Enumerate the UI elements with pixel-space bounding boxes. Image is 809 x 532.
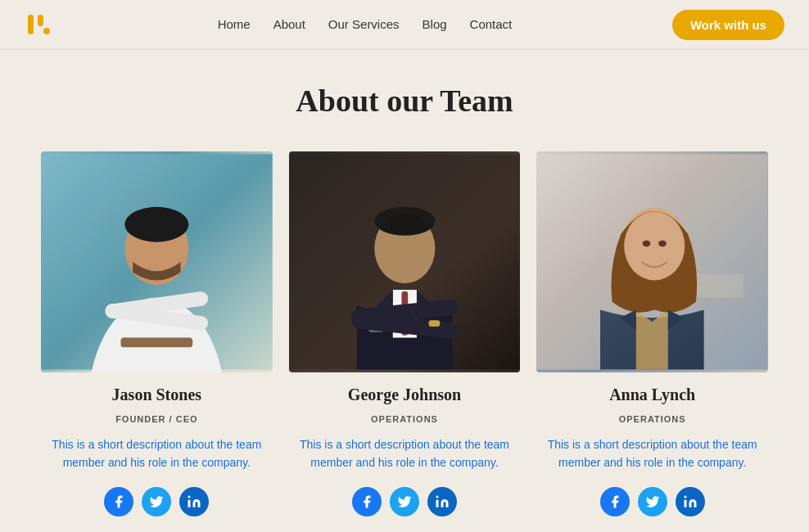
nav-links: Home About Our Services Blog Contact <box>218 17 513 32</box>
svg-point-23 <box>436 495 439 498</box>
linkedin-icon-george[interactable] <box>427 487 457 516</box>
team-photo-jason <box>41 151 273 372</box>
svg-rect-21 <box>428 320 440 327</box>
svg-point-6 <box>124 207 188 242</box>
team-grid: Jason Stones FOUNDER / CEO This is a sho… <box>41 151 768 516</box>
member-desc-george: This is a short description about the te… <box>298 435 511 472</box>
member-desc-jason: This is a short description about the te… <box>50 435 263 472</box>
svg-point-32 <box>684 495 686 498</box>
twitter-icon-anna[interactable] <box>638 487 667 516</box>
facebook-icon-jason[interactable] <box>104 487 133 516</box>
nav-blog[interactable]: Blog <box>423 17 447 31</box>
member-name-anna: Anna Lynch <box>609 385 695 404</box>
svg-point-18 <box>374 214 435 284</box>
svg-point-2 <box>43 28 50 34</box>
page-title: About our Team <box>41 83 768 119</box>
nav-about[interactable]: About <box>273 17 305 31</box>
member-name-george: George Johnson <box>348 385 461 404</box>
svg-point-11 <box>188 495 191 498</box>
member-name-jason: Jason Stones <box>112 385 201 404</box>
member-desc-anna: This is a short description about the te… <box>546 435 759 472</box>
svg-rect-1 <box>38 15 43 26</box>
facebook-icon-george[interactable] <box>352 487 382 516</box>
twitter-icon-george[interactable] <box>390 487 419 516</box>
nav-services[interactable]: Our Services <box>328 17 400 31</box>
member-role-anna: OPERATIONS <box>619 414 686 424</box>
svg-rect-22 <box>436 500 439 507</box>
svg-point-30 <box>658 241 667 247</box>
main-content: About our Team <box>0 50 809 532</box>
member-role-george: OPERATIONS <box>371 414 438 424</box>
member-role-jason: FOUNDER / CEO <box>115 414 197 424</box>
svg-rect-31 <box>684 500 686 507</box>
logo[interactable] <box>25 8 57 41</box>
team-card-jason: Jason Stones FOUNDER / CEO This is a sho… <box>41 151 273 516</box>
svg-rect-9 <box>120 338 192 348</box>
linkedin-icon-jason[interactable] <box>179 487 209 516</box>
svg-rect-0 <box>28 15 34 34</box>
nav-home[interactable]: Home <box>218 17 251 31</box>
social-icons-anna <box>600 487 705 516</box>
work-with-us-button[interactable]: Work with us <box>672 10 784 40</box>
svg-rect-10 <box>188 500 191 507</box>
twitter-icon-jason[interactable] <box>142 487 171 516</box>
team-photo-anna <box>536 151 768 372</box>
nav-contact[interactable]: Contact <box>470 17 513 31</box>
team-card-anna: Anna Lynch OPERATIONS This is a short de… <box>536 151 768 516</box>
svg-rect-26 <box>696 274 743 298</box>
svg-point-29 <box>643 241 651 247</box>
navbar: Home About Our Services Blog Contact Wor… <box>0 0 809 50</box>
svg-point-28 <box>625 212 685 281</box>
social-icons-george <box>352 487 457 516</box>
social-icons-jason <box>104 487 209 516</box>
linkedin-icon-anna[interactable] <box>676 487 705 516</box>
team-photo-george <box>289 151 521 372</box>
facebook-icon-anna[interactable] <box>600 487 630 516</box>
team-card-george: George Johnson OPERATIONS This is a shor… <box>289 151 521 516</box>
